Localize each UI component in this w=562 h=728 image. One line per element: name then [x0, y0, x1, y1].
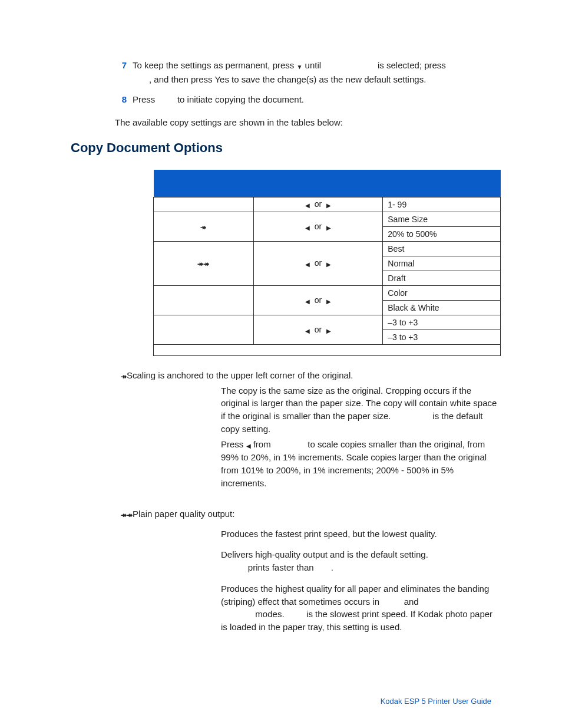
document-page: 7 To keep the settings as permanent, pre…: [0, 0, 562, 728]
step7-blank: [323, 60, 375, 70]
header-cell: [253, 170, 383, 197]
right-arrow-icon: [326, 296, 331, 305]
def-best: Produces the highest quality for all pap…: [221, 582, 497, 634]
header-cell: [383, 170, 501, 197]
def-scale-mid: from: [251, 439, 273, 449]
asterisk-icon: [200, 222, 206, 232]
asterisk-icon: [121, 509, 127, 519]
value-cell: Same Size: [383, 212, 501, 226]
step-number: 8: [115, 93, 127, 107]
def-scale-pre: Press: [221, 439, 246, 449]
or-text: or: [315, 199, 322, 209]
def-same-size: The copy is the same size as the origina…: [221, 384, 497, 436]
available-text: The available copy settings are shown in…: [115, 117, 497, 127]
step8-blank: [158, 94, 175, 104]
nav-cell: or: [253, 315, 383, 344]
left-arrow-icon: [305, 296, 310, 305]
asterisk-icon: [197, 259, 203, 268]
value-cell: Color: [383, 285, 501, 300]
def-same-blank: [394, 411, 431, 421]
options-table: or 1- 99 or Same Size 20% to 500%: [153, 170, 501, 356]
definitions-block: The copy is the same size as the origina…: [221, 384, 497, 490]
left-arrow-icon: [246, 439, 251, 452]
q-best3: modes.: [253, 609, 287, 619]
value-cell: 1- 99: [383, 197, 501, 212]
nav-cell: or: [253, 212, 383, 241]
step-8: 8 Press to initiate copying the document…: [115, 93, 497, 107]
value-cell: 20% to 500%: [383, 226, 501, 241]
asterisk-icon: [127, 509, 133, 519]
q-best-blank1: [382, 597, 401, 607]
q-best-blank2: [221, 609, 253, 619]
step8-pre: Press: [133, 94, 158, 104]
option-cell: [154, 285, 254, 315]
header-cell: [154, 170, 254, 197]
left-arrow-icon: [305, 259, 310, 268]
nav-cell: or: [253, 197, 383, 212]
table-row: [154, 344, 501, 355]
right-arrow-icon: [326, 325, 331, 335]
step7-text-post1: is selected; press: [378, 60, 446, 70]
step7-text-mid: until: [305, 60, 324, 70]
right-arrow-icon: [326, 200, 331, 209]
value-cell: Best: [383, 241, 501, 256]
or-text: or: [315, 258, 322, 268]
def-scale-blank: [273, 439, 305, 449]
step8-post: to initiate copying the document.: [177, 94, 304, 104]
option-cell: [154, 212, 254, 241]
left-arrow-icon: [305, 222, 310, 232]
asterisk-icon: [121, 371, 127, 381]
q-norm3: .: [331, 562, 333, 572]
fn1-text: Scaling is anchored to the upper left co…: [127, 370, 353, 380]
table-row: or Color: [154, 285, 501, 300]
steps-list: 7 To keep the settings as permanent, pre…: [115, 59, 497, 107]
nav-cell: or: [253, 285, 383, 315]
quality-intro: Plain paper quality output:: [121, 509, 497, 519]
quality-intro-text: Plain paper quality output:: [133, 509, 234, 519]
q-best1: Produces the highest quality for all pap…: [221, 584, 489, 607]
q-norm-blank: [221, 562, 246, 572]
option-cell: [154, 315, 254, 344]
step-body: To keep the settings as permanent, press…: [133, 59, 497, 86]
asterisk-icon: [203, 259, 209, 268]
section-heading: Copy Document Options: [71, 140, 497, 156]
q-best-blank3: [287, 609, 304, 619]
or-text: or: [315, 295, 322, 305]
q-norm1: Delivers high-quality output and is the …: [221, 549, 428, 559]
step-7: 7 To keep the settings as permanent, pre…: [115, 59, 497, 86]
or-text: or: [315, 325, 322, 334]
spacer-cell: [154, 344, 501, 355]
right-arrow-icon: [326, 222, 331, 232]
def-normal: Delivers high-quality output and is the …: [221, 548, 497, 574]
table-row: or 1- 99: [154, 197, 501, 212]
option-cell: [154, 197, 254, 212]
footer-text: Kodak ESP 5 Printer User Guide: [381, 697, 491, 706]
left-arrow-icon: [305, 325, 310, 335]
table-row: or –3 to +3: [154, 315, 501, 330]
step-number: 7: [115, 59, 127, 73]
value-cell: Draft: [383, 271, 501, 285]
left-arrow-icon: [305, 200, 310, 209]
right-arrow-icon: [326, 259, 331, 268]
def-scale: Press from to scale copies smaller than …: [221, 438, 497, 490]
step7-line2: , and then press Yes to save the change(…: [149, 73, 426, 87]
option-cell: [154, 241, 254, 285]
def-draft: Produces the fastest print speed, but th…: [221, 528, 497, 541]
or-text: or: [315, 222, 322, 231]
q-best2: and: [402, 597, 419, 607]
table-row: or Best: [154, 241, 501, 256]
footnote-1: Scaling is anchored to the upper left co…: [121, 370, 497, 381]
step7-text-pre: To keep the settings as permanent, press: [133, 60, 297, 70]
value-cell: Black & White: [383, 300, 501, 315]
quality-defs: Produces the fastest print speed, but th…: [221, 528, 497, 634]
value-cell: –3 to +3: [383, 315, 501, 330]
step-body: Press to initiate copying the document.: [133, 93, 497, 107]
value-cell: –3 to +3: [383, 330, 501, 344]
nav-cell: or: [253, 241, 383, 285]
table-row: or Same Size: [154, 212, 501, 226]
value-cell: Normal: [383, 256, 501, 271]
down-arrow-icon: [297, 60, 303, 73]
table-header-row: [154, 170, 501, 197]
q-norm2: prints faster than: [246, 562, 316, 572]
q-norm-blank2: [316, 562, 331, 572]
